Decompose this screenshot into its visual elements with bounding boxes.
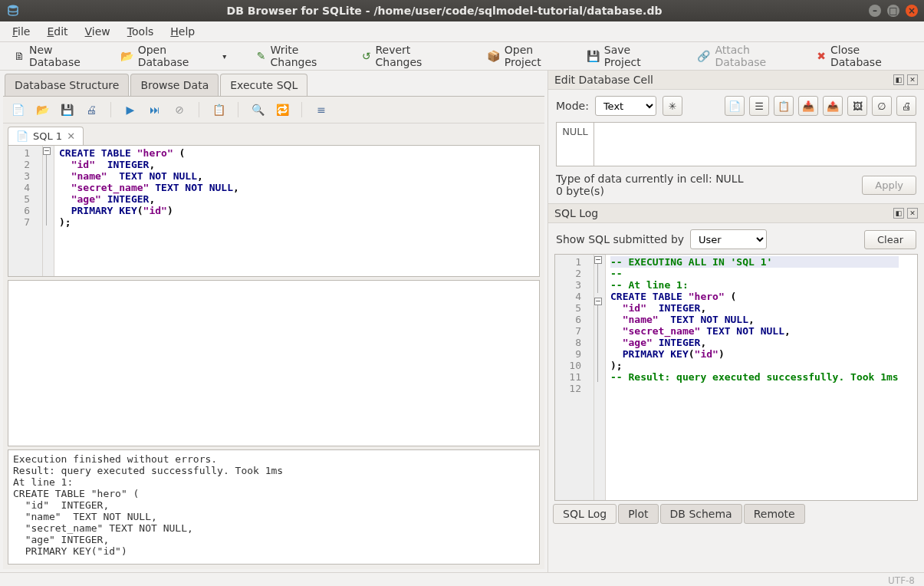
sql-editor-tab-1[interactable]: 📄 SQL 1 ✕ (8, 127, 84, 145)
image-icon[interactable]: 🖼 (847, 96, 867, 116)
attach-database-label: Attach Database (715, 44, 800, 68)
bottom-tab-plot[interactable]: Plot (618, 504, 658, 524)
execute-all-button[interactable]: ▶ (123, 103, 137, 117)
log-gutter: 1 2 3 4 5 6 7 8 9 10 11 12 (555, 255, 594, 500)
menubar: File Edit View Tools Help (0, 21, 924, 42)
right-bottom-tabs: SQL Log Plot DB Schema Remote (548, 501, 924, 527)
close-tab-icon[interactable]: ✕ (67, 130, 75, 142)
new-database-icon: 🗎 (14, 50, 25, 62)
find-replace-button[interactable]: 🔁 (275, 103, 289, 117)
print-cell-icon[interactable]: 🖨 (896, 96, 916, 116)
sql-toolbar: 📄 📂 💾 🖨 ▶ ⏭ ⊘ 📋 🔍 🔁 ≡ (3, 97, 544, 123)
panel-sql-log-title: SQL Log (554, 207, 890, 219)
attach-database-button: 🔗Attach Database (691, 41, 806, 71)
menu-tools[interactable]: Tools (120, 24, 162, 39)
window-title: DB Browser for SQLite - /home/user/code/… (20, 5, 869, 17)
panel-detach-button[interactable]: ◧ (893, 74, 904, 85)
sql-tab-label: SQL 1 (33, 130, 62, 142)
encoding-label: UTF-8 (888, 575, 915, 586)
bottom-tab-db-schema[interactable]: DB Schema (660, 504, 742, 524)
document-icon: 📄 (16, 130, 28, 142)
sql-editor[interactable]: 1 2 3 4 5 6 7 − CREATE TABLE "hero" ( "i… (8, 145, 540, 277)
tab-execute-sql[interactable]: Execute SQL (220, 74, 307, 96)
open-project-icon: 📦 (487, 50, 500, 62)
mode-select[interactable]: Text (595, 96, 656, 116)
format-button[interactable]: ≡ (314, 103, 328, 117)
menu-edit[interactable]: Edit (39, 24, 75, 39)
sql-log-viewer[interactable]: 1 2 3 4 5 6 7 8 9 10 11 12 − − -- EXECUT… (554, 254, 918, 501)
save-project-button[interactable]: 💾Save Project (580, 41, 673, 71)
write-changes-button[interactable]: ✎Write Changes (251, 41, 351, 71)
open-database-button[interactable]: 📂Open Database▾ (114, 41, 233, 71)
results-grid[interactable] (8, 280, 540, 446)
fold-toggle-icon[interactable]: − (594, 256, 602, 264)
panel-detach-button-2[interactable]: ◧ (893, 208, 904, 219)
import-icon[interactable]: 📄 (725, 96, 745, 116)
save-sql-button[interactable]: 💾 (60, 103, 74, 117)
open-project-label: Open Project (505, 44, 570, 68)
window-minimize-button[interactable]: – (869, 5, 881, 17)
main-toolbar: 🗎New Database 📂Open Database▾ ✎Write Cha… (0, 42, 924, 71)
cell-null-indicator: NULL (557, 123, 594, 166)
auto-format-button[interactable]: ✳ (663, 96, 682, 116)
close-database-button[interactable]: ✖Close Database (811, 41, 916, 71)
cell-type-label: Type of data currently in cell: NULL (556, 173, 862, 185)
menu-view[interactable]: View (77, 24, 118, 39)
attach-database-icon: 🔗 (697, 50, 710, 62)
new-database-button[interactable]: 🗎New Database (8, 41, 110, 71)
paste-icon[interactable]: 📥 (798, 96, 818, 116)
write-changes-icon: ✎ (257, 50, 266, 62)
cell-editor[interactable]: NULL (556, 122, 916, 166)
revert-changes-label: Revert Changes (376, 44, 457, 68)
window-titlebar: DB Browser for SQLite - /home/user/code/… (0, 0, 924, 21)
stop-button[interactable]: ⊘ (173, 103, 186, 117)
open-sql-file-button[interactable]: 📂 (35, 103, 49, 117)
clear-log-button[interactable]: Clear (864, 230, 916, 249)
editor-body[interactable]: CREATE TABLE "hero" ( "id" INTEGER, "nam… (54, 146, 244, 276)
panel-close-button[interactable]: ✕ (907, 74, 918, 85)
bottom-tab-remote[interactable]: Remote (744, 504, 805, 524)
fold-toggle-icon[interactable]: − (594, 298, 602, 305)
execute-line-button[interactable]: ⏭ (148, 103, 162, 117)
app-icon (6, 4, 20, 18)
revert-changes-button[interactable]: ↺Revert Changes (356, 41, 463, 71)
open-database-label: Open Database (138, 44, 217, 68)
cell-bytes-label: 0 byte(s) (556, 185, 862, 197)
apply-button: Apply (862, 176, 916, 195)
tab-browse-data[interactable]: Browse Data (130, 74, 219, 96)
svg-point-0 (8, 5, 18, 9)
menu-help[interactable]: Help (163, 24, 202, 39)
bottom-tab-sql-log[interactable]: SQL Log (553, 504, 617, 524)
show-sql-select[interactable]: User (690, 229, 767, 249)
sql-editor-tabs: 📄 SQL 1 ✕ (3, 123, 544, 145)
open-project-button[interactable]: 📦Open Project (481, 41, 576, 71)
dropdown-caret-icon: ▾ (222, 52, 226, 61)
statusbar: UTF-8 (0, 572, 924, 586)
close-database-icon: ✖ (817, 50, 826, 62)
export-icon[interactable]: 📤 (823, 96, 843, 116)
tab-database-structure[interactable]: Database Structure (5, 74, 129, 96)
mode-label: Mode: (556, 100, 589, 112)
execution-output[interactable]: Execution finished without errors. Resul… (8, 449, 540, 565)
indent-icon[interactable]: ☰ (749, 96, 769, 116)
fold-toggle-icon[interactable]: − (43, 147, 51, 155)
close-database-label: Close Database (830, 44, 910, 68)
save-results-button[interactable]: 📋 (212, 103, 225, 117)
menu-file[interactable]: File (5, 24, 38, 39)
fold-column: − (43, 146, 54, 276)
new-sql-tab-button[interactable]: 📄 (11, 103, 25, 117)
log-body[interactable]: -- EXECUTING ALL IN 'SQL 1'---- At line … (606, 255, 903, 500)
panel-close-button-2[interactable]: ✕ (907, 208, 918, 219)
panel-sql-log: SQL Log ◧ ✕ Show SQL submitted by User C… (548, 204, 924, 572)
window-close-button[interactable]: × (906, 5, 918, 17)
revert-changes-icon: ↺ (362, 50, 371, 62)
print-button[interactable]: 🖨 (84, 103, 98, 117)
find-button[interactable]: 🔍 (251, 103, 265, 117)
new-database-label: New Database (29, 44, 104, 68)
null-icon[interactable]: ∅ (872, 96, 892, 116)
left-tabbar: Database Structure Browse Data Execute S… (0, 71, 547, 96)
save-project-icon: 💾 (587, 50, 600, 62)
write-changes-label: Write Changes (271, 44, 345, 68)
window-maximize-button[interactable]: □ (887, 5, 899, 17)
copy-icon[interactable]: 📋 (774, 96, 794, 116)
